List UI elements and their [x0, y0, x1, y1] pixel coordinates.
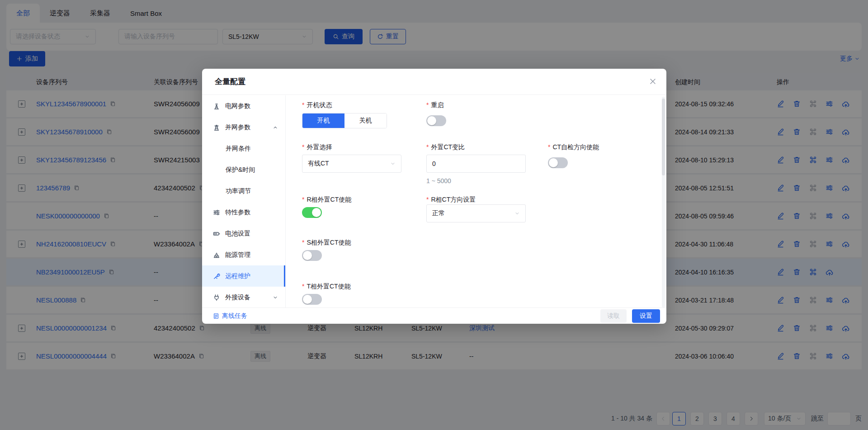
- r-ct-direction-value: 正常: [432, 209, 445, 217]
- chevron-down-icon: [514, 211, 520, 216]
- s-ct-enable-toggle[interactable]: [302, 250, 322, 261]
- r-ct-direction-label: *R相CT方向设置: [426, 196, 476, 204]
- power-off-option[interactable]: 关机: [344, 113, 387, 128]
- ct-ratio-input[interactable]: 0: [426, 155, 526, 173]
- config-menu-item[interactable]: 外接设备: [202, 287, 285, 307]
- scrollbar-thumb[interactable]: [662, 99, 665, 175]
- config-menu-item[interactable]: 电池设置: [202, 223, 285, 244]
- offline-task-label: 离线任务: [222, 312, 247, 320]
- power-status-segmented: 开机 关机: [302, 113, 387, 128]
- s-ct-enable-label: *S相外置CT使能: [302, 239, 351, 247]
- app-window: 全部逆变器采集器Smart Box 请选择设备状态 请输入设备序列号 SL5-1…: [0, 0, 868, 430]
- tools-icon: [213, 273, 221, 280]
- task-doc-icon: [213, 313, 219, 319]
- config-menu-label: 能源管理: [225, 251, 250, 259]
- r-ct-enable-label: *R相外置CT使能: [302, 196, 351, 204]
- ct-type-value: 有线CT: [308, 160, 329, 168]
- pylon-icon: [213, 124, 221, 131]
- r-ct-enable-toggle[interactable]: [302, 207, 322, 218]
- config-menu-label: 远程维护: [225, 272, 250, 280]
- offline-task-link[interactable]: 离线任务: [213, 308, 247, 324]
- ct-type-select[interactable]: 有线CT: [302, 155, 401, 173]
- config-menu-label: 功率调节: [226, 187, 251, 195]
- dialog-footer: 离线任务 读取 设置: [202, 307, 666, 324]
- tune-icon: [213, 209, 221, 216]
- config-menu-item[interactable]: 特性参数: [202, 202, 285, 223]
- chevron-down-icon: [390, 161, 396, 166]
- energy-icon: [213, 251, 221, 259]
- plug-icon: [213, 294, 221, 301]
- full-config-dialog: 全量配置 电网参数并网参数并网条件保护&时间功率调节特性参数电池设置能源管理远程…: [202, 69, 666, 324]
- chevron-up-icon: [273, 125, 278, 130]
- ct-ratio-label: *外置CT变比: [426, 143, 465, 151]
- ct-type-label: *外置选择: [302, 143, 332, 151]
- config-menu-item[interactable]: 能源管理: [202, 244, 285, 265]
- battery-icon: [213, 230, 221, 237]
- config-menu-item[interactable]: 电网参数: [202, 95, 285, 117]
- set-button[interactable]: 设置: [632, 309, 660, 323]
- config-sidebar: 电网参数并网参数并网条件保护&时间功率调节特性参数电池设置能源管理远程维护外接设…: [202, 95, 286, 307]
- config-menu-item[interactable]: 并网参数: [202, 117, 285, 138]
- close-icon[interactable]: [649, 78, 656, 85]
- config-menu-item[interactable]: 功率调节: [202, 180, 285, 202]
- r-ct-direction-select[interactable]: 正常: [426, 204, 526, 222]
- config-menu-label: 特性参数: [225, 208, 250, 217]
- power-status-label: *开机状态: [302, 101, 332, 109]
- ct-ratio-range-hint: 1 ~ 5000: [426, 177, 451, 184]
- chevron-down-icon: [273, 295, 278, 300]
- config-menu-active-item[interactable]: 远程维护: [202, 265, 285, 287]
- config-menu-item[interactable]: 保护&时间: [202, 159, 285, 180]
- t-ct-enable-label: *T相外置CT使能: [302, 283, 351, 291]
- t-ct-enable-toggle[interactable]: [302, 294, 322, 305]
- ct-ratio-value: 0: [432, 160, 436, 167]
- power-on-option[interactable]: 开机: [302, 113, 344, 128]
- ct-selfcheck-toggle[interactable]: [548, 157, 568, 168]
- config-menu-label: 电网参数: [225, 102, 250, 110]
- config-menu-label: 并网参数: [225, 123, 250, 132]
- config-menu-label: 保护&时间: [226, 166, 255, 174]
- modal-scrollbar[interactable]: [662, 97, 665, 307]
- grid-tower-icon: [213, 103, 221, 110]
- restart-toggle[interactable]: [426, 115, 446, 126]
- ct-selfcheck-label: *CT自检方向使能: [548, 143, 599, 151]
- dialog-header: 全量配置: [202, 69, 666, 95]
- config-menu-label: 外接设备: [225, 293, 250, 302]
- dialog-title: 全量配置: [215, 69, 245, 95]
- config-menu-label: 并网条件: [226, 145, 251, 153]
- read-button[interactable]: 读取: [600, 309, 627, 323]
- config-menu-item[interactable]: 并网条件: [202, 138, 285, 159]
- restart-label: *重启: [426, 101, 443, 109]
- config-menu-label: 电池设置: [225, 230, 250, 238]
